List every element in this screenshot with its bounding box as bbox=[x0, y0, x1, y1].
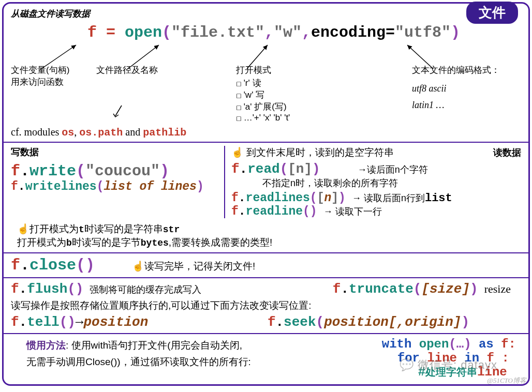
readlines-note-a: → 读取后面n行到 bbox=[352, 193, 425, 203]
annotations-row: 文件变量(句柄) 用来访问函数 文件路径及名称 打开模式 'r' 读 'w' 写… bbox=[11, 64, 521, 123]
ann-mode: 打开模式 'r' 读 'w' 写 'a' 扩展(写) …'+' 'x' 'b' … bbox=[205, 64, 407, 123]
write-arg: "coucou" bbox=[85, 162, 160, 180]
fn-readlines: f.readlines([n]) bbox=[231, 191, 346, 205]
fn-close: f.close() bbox=[11, 257, 95, 274]
eq: = bbox=[97, 24, 125, 41]
ann-encoding: 文本文件的编码格式： utf8 ascii latin1 … bbox=[412, 64, 531, 114]
idiom-text: 惯用方法: 使用with语句打开文件(用完会自动关闭, 无需手动调用Close(… bbox=[11, 337, 372, 371]
divider-3 bbox=[4, 277, 528, 278]
enc-list-1: utf8 ascii bbox=[412, 80, 531, 97]
open-code-line: f = open("file.txt","w",encoding="utf8") bbox=[26, 24, 521, 41]
read-note2: 不指定n时，读取剩余的所有字符 bbox=[231, 177, 521, 189]
mod-pathlib: pathlib bbox=[143, 127, 186, 139]
read-note1: →读后面n个字符 bbox=[327, 163, 428, 176]
watermark-wechat: 💬 微信号: datayx bbox=[400, 357, 497, 373]
fn-seek: f.seek(position[,origin]) bbox=[268, 314, 521, 330]
watermark-51cto: @51CTO博客 bbox=[487, 376, 526, 385]
tell-return: position bbox=[83, 314, 148, 330]
read-column: ☝ 到文件末尾时，读到的是空字符串 读数据 f.read([n]) →读后面n个… bbox=[224, 146, 521, 218]
fn-open: open bbox=[125, 24, 162, 41]
ann-file-var: 文件变量(句柄) 用来访问函数 bbox=[11, 64, 91, 88]
tell-seek-row: f.tell()→position f.seek(position[,origi… bbox=[11, 314, 521, 330]
divider-4 bbox=[4, 333, 528, 334]
lparen: ( bbox=[162, 24, 171, 41]
cf-modules-line: cf. modules os, os.path and pathlib bbox=[11, 126, 521, 139]
divider-1 bbox=[4, 142, 528, 143]
read-header: 读数据 bbox=[493, 146, 521, 159]
mode-note-1: ☝打开模式为t时读写的是字符串str bbox=[11, 222, 521, 236]
mod-os: os bbox=[62, 127, 74, 139]
arg-path: "file.txt" bbox=[171, 24, 264, 41]
read-write-columns: 写数据 f.write("coucou") f.writelines(list … bbox=[11, 146, 521, 218]
idiom-label: 惯用方法 bbox=[26, 340, 66, 351]
mode-r: 'r' 读 bbox=[236, 77, 407, 89]
flush-trunc-row: f.flush() 强制将可能的缓存完成写入 f.truncate([size]… bbox=[11, 281, 521, 297]
fn-flush: f.flush() bbox=[11, 281, 83, 297]
fn-truncate: f.truncate([size]) bbox=[333, 281, 478, 297]
mode-w: 'w' 写 bbox=[236, 89, 407, 101]
flush-note: 强制将可能的缓存完成写入 bbox=[90, 283, 201, 296]
enc-title: 文本文件的编码格式： bbox=[412, 64, 531, 76]
cf-sep1: , bbox=[74, 126, 79, 138]
var-f: f bbox=[87, 24, 97, 41]
with-line1: with open(…) as f: bbox=[382, 337, 516, 351]
seek-note: 读写操作是按照存储位置顺序执行的,可以通过下面方法改变读写位置: bbox=[11, 299, 521, 312]
readlines-note-b: list bbox=[425, 192, 452, 205]
section-tag: 文件 bbox=[466, 2, 518, 24]
seek-arg: position[,origin] bbox=[324, 314, 461, 330]
file-card: 文件 从磁盘文件读写数据 f = open("file.txt","w",enc… bbox=[2, 2, 530, 386]
write-column: 写数据 f.write("coucou") f.writelines(list … bbox=[11, 146, 224, 218]
fn-writelines: f.writelines(list of lines) bbox=[11, 180, 218, 193]
mode-list: 'r' 读 'w' 写 'a' 扩展(写) …'+' 'x' 'b' 't' bbox=[236, 77, 407, 123]
rparen: ) bbox=[451, 24, 460, 41]
cf-sep2: and bbox=[123, 126, 143, 138]
readline-note: → 读取下一行 bbox=[323, 205, 382, 218]
mode-note-2: 打开模式为b时读写的是字节bytes,需要转换成需要的类型! bbox=[11, 236, 521, 249]
fn-read: f.read([n]) bbox=[231, 161, 320, 177]
mode-other: …'+' 'x' 'b' 't' bbox=[236, 113, 407, 123]
resize-label: resize bbox=[484, 282, 521, 296]
close-row: f.close() ☝读写完毕，记得关闭文件! bbox=[11, 257, 521, 274]
mod-ospath: os.path bbox=[79, 127, 123, 139]
arg-mode: "w" bbox=[274, 24, 302, 41]
kw-encoding: encoding= bbox=[311, 24, 395, 41]
close-note: ☝读写完毕，记得关闭文件! bbox=[101, 260, 255, 273]
readlines-note: → 读取后面n行到list bbox=[352, 192, 452, 205]
trunc-arg: size bbox=[430, 281, 462, 297]
enc-list-2: latin1 … bbox=[412, 97, 531, 113]
read-arg: [n] bbox=[288, 161, 312, 177]
divider-2 bbox=[4, 252, 528, 253]
write-header: 写数据 bbox=[11, 146, 218, 158]
readlines-arg: n bbox=[324, 191, 331, 205]
eof-note: ☝ 到文件末尾时，读到的是空字符串 bbox=[231, 146, 394, 159]
ann-mode-title: 打开模式 bbox=[236, 65, 271, 75]
arg-enc: "utf8" bbox=[395, 24, 451, 41]
fn-tell: f.tell()→position bbox=[11, 314, 148, 330]
comma1: , bbox=[264, 24, 274, 41]
comma2: , bbox=[302, 24, 311, 41]
mode-a: 'a' 扩展(写) bbox=[236, 101, 407, 113]
section-subtitle: 从磁盘文件读写数据 bbox=[11, 8, 521, 20]
ann-path: 文件路径及名称 bbox=[96, 64, 200, 76]
cf-prefix: cf. modules bbox=[11, 126, 62, 138]
fn-readline: f.readline() bbox=[231, 205, 317, 218]
writelines-arg: list of lines bbox=[104, 180, 196, 193]
fn-write: f.write("coucou") bbox=[11, 162, 218, 180]
